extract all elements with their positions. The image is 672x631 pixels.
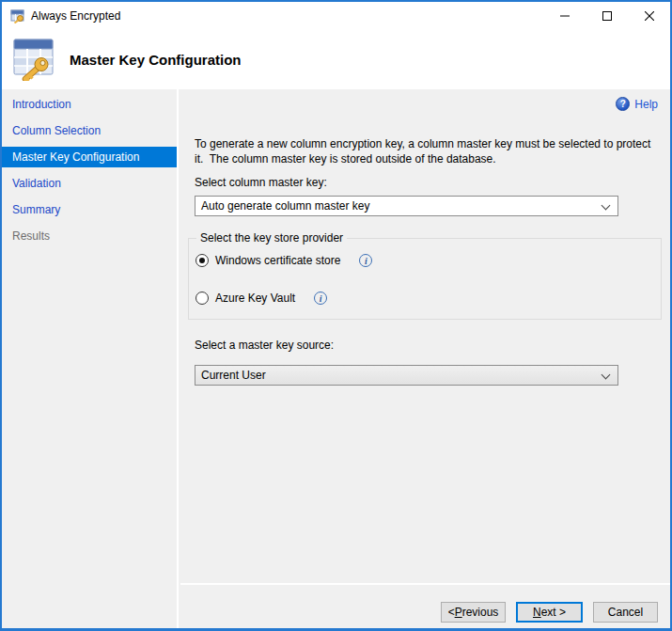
sidebar-item-label: Column Selection <box>12 124 101 137</box>
cancel-button[interactable]: Cancel <box>593 602 658 623</box>
sidebar-item-label: Introduction <box>12 98 71 111</box>
key-store-provider-group: Select the key store provider Windows ce… <box>188 238 662 320</box>
page-title: Master Key Configuration <box>70 29 242 89</box>
next-button-accesskey: N <box>533 606 541 619</box>
sidebar-item-summary[interactable]: Summary <box>2 199 177 220</box>
azure-key-vault-label: Azure Key Vault <box>215 292 295 305</box>
help-link[interactable]: ? Help <box>616 97 658 111</box>
sidebar-item-validation[interactable]: Validation <box>2 173 177 194</box>
key-store-provider-group-label: Select the key store provider <box>196 231 347 245</box>
sidebar-item-label: Master Key Configuration <box>12 150 139 164</box>
help-icon: ? <box>616 97 630 111</box>
sidebar-item-label: Results <box>12 229 50 243</box>
footer-separator <box>180 583 670 585</box>
maximize-button[interactable] <box>586 2 628 29</box>
master-key-dropdown[interactable]: Auto generate column master key <box>195 196 618 216</box>
windows-certificate-store-radio[interactable] <box>195 254 209 267</box>
description-text: To generate a new column encryption key,… <box>195 136 664 166</box>
previous-button-text: revious <box>462 606 499 619</box>
cancel-button-text: Cancel <box>608 606 643 619</box>
windows-certificate-store-label: Windows certificate store <box>215 254 340 267</box>
title-bar: Always Encrypted <box>2 2 670 29</box>
master-key-dropdown-value: Auto generate column master key <box>201 199 369 213</box>
master-key-source-label: Select a master key source: <box>195 339 334 352</box>
sidebar-item-column-selection[interactable]: Column Selection <box>2 120 177 141</box>
radio-row-azure-key-vault: Azure Key Vault i <box>195 292 327 305</box>
previous-button-accesskey: P <box>455 606 462 619</box>
previous-button-text: < <box>448 606 455 619</box>
master-key-source-dropdown[interactable]: Current User <box>195 365 618 386</box>
azure-key-vault-radio[interactable] <box>195 292 209 305</box>
always-encrypted-dialog: Always Encrypted <box>0 0 672 631</box>
table-key-icon <box>11 36 56 85</box>
master-key-label: Select column master key: <box>195 176 327 189</box>
app-table-key-icon <box>10 8 25 24</box>
info-icon[interactable]: i <box>314 292 327 305</box>
radio-row-windows-certificate-store: Windows certificate store i <box>195 254 372 267</box>
sidebar-item-label: Validation <box>12 177 61 190</box>
close-button[interactable] <box>628 2 670 29</box>
chevron-down-icon <box>602 371 611 380</box>
sidebar-item-results: Results <box>2 226 177 246</box>
sidebar-item-label: Summary <box>12 203 60 216</box>
previous-button[interactable]: < Previous <box>441 602 506 623</box>
next-button-text: ext > <box>541 606 566 619</box>
minimize-button[interactable] <box>543 2 586 29</box>
sidebar-item-master-key-configuration[interactable]: Master Key Configuration <box>2 147 177 167</box>
help-label: Help <box>634 98 658 111</box>
main-pane: ? Help To generate a new column encrypti… <box>180 89 670 628</box>
next-button[interactable]: Next > <box>516 602 583 623</box>
wizard-header: Master Key Configuration <box>2 29 670 89</box>
info-icon[interactable]: i <box>359 254 372 267</box>
master-key-source-dropdown-value: Current User <box>201 369 266 382</box>
wizard-steps-sidebar: Introduction Column Selection Master Key… <box>2 89 179 628</box>
sidebar-item-introduction[interactable]: Introduction <box>2 94 177 115</box>
window-title: Always Encrypted <box>31 9 120 23</box>
footer-button-bar: < Previous Next > Cancel <box>180 602 670 623</box>
chevron-down-icon <box>602 201 611 211</box>
